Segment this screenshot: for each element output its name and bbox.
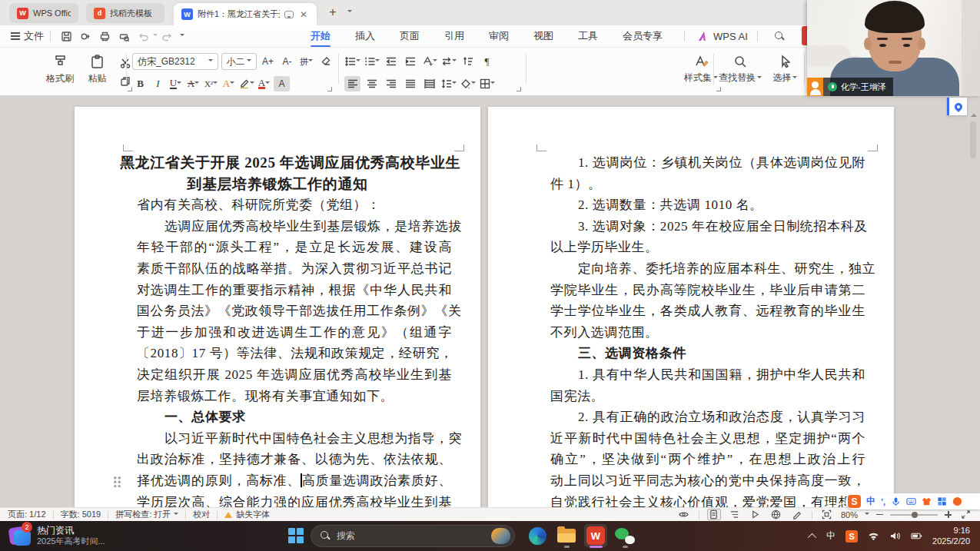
ime-more-icon[interactable] <box>952 496 962 506</box>
wifi-icon[interactable] <box>868 530 879 542</box>
find-replace-button[interactable]: 查找替换 <box>716 51 764 85</box>
page-view-icon[interactable] <box>707 509 721 520</box>
two-way-arrange-icon[interactable] <box>440 54 457 69</box>
char-shading-button[interactable]: A <box>274 76 290 91</box>
scroll-up-icon[interactable] <box>971 111 977 117</box>
bullet-list-button[interactable] <box>344 54 360 69</box>
spellcheck-status[interactable]: 拼写检查: 打开 <box>115 509 171 520</box>
taskbar-wechat-button[interactable] <box>613 524 636 547</box>
missing-font-notice[interactable]: 缺失字体 <box>236 509 270 520</box>
save-icon[interactable] <box>61 31 72 42</box>
font-dialog-launcher-icon[interactable] <box>327 87 332 91</box>
text-effect-button[interactable]: A <box>221 76 237 91</box>
undo-chevron-icon[interactable] <box>153 34 158 38</box>
page-indicator[interactable]: 页面: 1/12 <box>8 509 46 520</box>
fit-page-icon[interactable] <box>820 509 834 520</box>
pinyin-guide-icon[interactable]: 拼 <box>298 54 314 69</box>
reading-view-icon[interactable] <box>749 509 762 520</box>
distribute-button[interactable] <box>421 76 437 91</box>
tab-docer-templates[interactable]: d 找稻壳模板 <box>86 3 164 23</box>
show-paragraph-marks-icon[interactable]: ¶ <box>479 54 495 69</box>
speaker-icon[interactable] <box>889 530 901 542</box>
sort-icon[interactable] <box>460 54 476 69</box>
paste-button[interactable]: 粘贴 <box>80 51 114 85</box>
justify-button[interactable] <box>402 76 418 91</box>
font-color-button[interactable]: A <box>256 76 272 91</box>
bold-button[interactable]: B <box>132 76 148 91</box>
format-painter-button[interactable]: 格式刷 <box>43 51 77 85</box>
quick-access-more-icon[interactable] <box>180 34 184 38</box>
tab-active-document[interactable]: W 附件1：黑龙江省关于开展202 ✕ <box>174 3 317 25</box>
search-daily-image[interactable] <box>491 528 510 544</box>
decrease-font-icon[interactable]: A- <box>279 54 295 69</box>
video-call-overlay[interactable]: 化学-王增泽 <box>807 0 980 96</box>
taskbar-edge-button[interactable] <box>526 524 549 547</box>
italic-button[interactable]: I <box>150 76 166 91</box>
borders-button[interactable] <box>479 76 495 91</box>
ribbon-tab-会员专享[interactable]: 会员专享 <box>610 26 675 46</box>
spellcheck-chevron-icon[interactable] <box>174 513 178 517</box>
sogou-ime-toolbar[interactable]: S 中 ’, <box>845 493 980 510</box>
ribbon-tab-页面[interactable]: 页面 <box>387 26 432 46</box>
zoom-in-button[interactable] <box>945 511 952 518</box>
font-size-select[interactable]: 小二 <box>221 53 257 70</box>
clear-format-eraser-icon[interactable] <box>317 54 334 69</box>
tray-ime-indicator[interactable]: 中 <box>826 529 835 543</box>
page-text[interactable]: 1. 选调岗位：乡镇机关岗位（具体选调岗位见附件 1）。2. 选调数量：共选调 … <box>488 107 894 507</box>
location-pin-button[interactable] <box>947 98 967 115</box>
vertical-scrollbar[interactable] <box>970 121 976 183</box>
sogou-logo-icon[interactable]: S <box>848 495 861 508</box>
font-name-select[interactable]: 仿宋_GB2312 <box>132 53 218 70</box>
file-menu-button[interactable]: 文件 <box>11 29 44 43</box>
ribbon-tab-视图[interactable]: 视图 <box>521 26 566 46</box>
undo-icon[interactable] <box>138 31 149 42</box>
align-left-button[interactable] <box>344 76 360 91</box>
taskbar-wps-button[interactable]: W <box>584 524 607 547</box>
ribbon-tab-引用[interactable]: 引用 <box>432 26 477 46</box>
increase-font-icon[interactable]: A+ <box>260 54 276 69</box>
scrollbar-thumb[interactable] <box>970 121 976 158</box>
tray-overflow-icon[interactable] <box>808 533 816 541</box>
participant-avatar-button[interactable] <box>807 78 823 96</box>
ribbon-tab-审阅[interactable]: 审阅 <box>477 26 521 46</box>
taskbar-explorer-button[interactable] <box>555 524 578 547</box>
zoom-chevron-icon[interactable] <box>865 513 869 517</box>
wps-ai-button[interactable]: WPS AI <box>699 31 748 42</box>
page-text[interactable]: 黑龙江省关于开展 2025 年选调应届优秀高校毕业生到基层培养锻炼工作的通知省内… <box>75 107 480 507</box>
comment-bubble-icon[interactable] <box>284 11 294 18</box>
underline-button[interactable]: U <box>168 76 184 91</box>
document-page-1[interactable]: 黑龙江省关于开展 2025 年选调应届优秀高校毕业生到基层培养锻炼工作的通知省内… <box>75 107 480 507</box>
strikethrough-button[interactable]: A <box>185 76 201 91</box>
zoom-slider-handle[interactable] <box>912 512 918 518</box>
superscript-button[interactable]: X² <box>203 76 219 91</box>
battery-icon[interactable] <box>911 530 922 542</box>
ime-mic-icon[interactable] <box>891 496 901 506</box>
print-preview-icon[interactable] <box>118 31 130 42</box>
ime-skin-icon[interactable] <box>922 496 932 506</box>
text-direction-icon[interactable] <box>421 54 437 69</box>
widgets-button[interactable]: 2 热门资讯 2025年高考时间... <box>8 524 105 547</box>
zoom-level[interactable]: 80% <box>841 510 858 519</box>
ime-chinese-mode-icon[interactable]: 中 <box>866 495 875 508</box>
ime-punctuation-icon[interactable]: ’, <box>881 497 885 506</box>
select-button[interactable]: 选择 <box>767 51 802 85</box>
align-center-button[interactable] <box>364 76 380 91</box>
clock[interactable]: 9:16 2025/2/20 <box>932 526 970 546</box>
numbered-list-button[interactable] <box>364 54 380 69</box>
clipboard-dialog-launcher-icon[interactable] <box>128 87 132 91</box>
word-count[interactable]: 字数: 5019 <box>61 509 101 520</box>
ime-keyboard-icon[interactable] <box>906 496 916 506</box>
document-canvas[interactable]: 黑龙江省关于开展 2025 年选调应届优秀高校毕业生到基层培养锻炼工作的通知省内… <box>0 97 980 507</box>
proofread-button[interactable]: 校对 <box>193 509 210 520</box>
ribbon-tab-开始[interactable]: 开始 <box>298 26 343 46</box>
close-tab-icon[interactable]: ✕ <box>298 9 309 20</box>
zoom-out-button[interactable] <box>876 514 883 516</box>
paragraph-shading-button[interactable] <box>460 76 476 91</box>
line-spacing-button[interactable] <box>440 76 457 91</box>
paragraph-dialog-launcher-icon[interactable] <box>517 87 521 91</box>
outline-view-icon[interactable] <box>728 509 742 520</box>
eye-protection-icon[interactable] <box>677 509 691 520</box>
edit-mode-icon[interactable] <box>790 509 804 520</box>
tray-sogou-icon[interactable]: S <box>845 530 858 543</box>
print-icon[interactable] <box>99 31 111 42</box>
